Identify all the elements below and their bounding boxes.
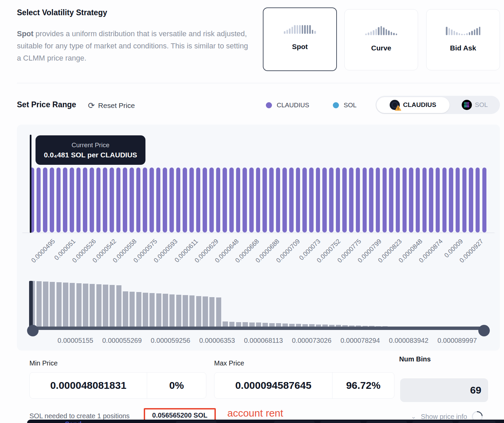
bin-bar — [369, 168, 373, 232]
slider-tick-label: 0.000073026 — [292, 337, 331, 344]
bin-bar — [183, 168, 187, 232]
max-price-slider-handle[interactable] — [478, 325, 490, 336]
liquidity-bar — [150, 293, 155, 328]
legend-dot-sol — [333, 102, 339, 108]
min-price-input[interactable]: 0.000048081831 — [30, 373, 147, 398]
liquidity-bar — [76, 283, 82, 328]
min-price-label: Min Price — [29, 359, 58, 367]
bin-bar — [37, 168, 41, 232]
tooltip-title: Current Price — [36, 141, 145, 149]
liquidity-bar — [37, 281, 42, 328]
strategy-option-curve[interactable]: Curve — [344, 9, 418, 70]
bin-bar — [156, 168, 161, 232]
bin-bar — [110, 168, 114, 232]
bin-bar — [169, 168, 174, 232]
bin-bar — [429, 168, 433, 232]
bin-bar — [349, 168, 353, 232]
spot-distribution-icon — [284, 23, 316, 34]
strategy-option-spot[interactable]: Spot — [263, 7, 337, 71]
max-price-label: Max Price — [214, 359, 244, 367]
bin-bar — [363, 168, 367, 232]
slider-current-price-marker — [29, 281, 33, 329]
bin-bar — [282, 168, 287, 232]
strip-button — [412, 421, 453, 423]
bin-distribution-chart — [30, 168, 490, 232]
toggle-claudius[interactable]: ! CLAUDIUS — [376, 97, 450, 113]
liquidity-bar — [143, 293, 148, 328]
legend-label: CLAUDIUS — [277, 102, 309, 109]
max-price-box: 0.000094587645 96.72% — [214, 372, 394, 399]
strategy-option-bidask[interactable]: Bid Ask — [426, 9, 500, 70]
bin-bar — [116, 168, 121, 232]
liquidity-bar — [63, 283, 68, 328]
strip-button — [458, 421, 496, 423]
bin-bar — [456, 168, 460, 232]
liquidity-bar — [43, 282, 48, 328]
strategy-description-rest: provides a uniform distribution that is … — [17, 29, 248, 62]
bin-bar — [136, 168, 141, 232]
volatility-strategy-title: Select Volatility Strategy — [17, 8, 107, 17]
price-range-slider-track[interactable] — [30, 327, 489, 330]
liquidity-bar — [163, 294, 168, 328]
toggle-sol[interactable]: SOL — [450, 100, 500, 110]
bin-bar — [50, 168, 54, 232]
liquidity-profile-chart — [30, 281, 490, 328]
reset-price-button[interactable]: ⟳ Reset Price — [88, 102, 135, 110]
legend-label: SOL — [344, 102, 357, 109]
slider-tick-label: 0.000055269 — [102, 337, 142, 344]
bin-bar — [236, 168, 240, 232]
slider-tick-label: 0.000089997 — [437, 337, 477, 344]
liquidity-bar — [110, 285, 115, 328]
current-price-line — [30, 135, 31, 233]
bidask-distribution-icon — [446, 24, 480, 35]
liquidity-bar — [156, 293, 161, 328]
bin-bar — [216, 168, 221, 232]
liquidity-bar — [216, 297, 221, 328]
bin-bar — [289, 168, 294, 232]
liquidity-bar — [203, 296, 208, 328]
bin-bar — [356, 168, 360, 232]
bin-bar — [163, 168, 167, 232]
bin-bar — [442, 168, 447, 232]
liquidity-bar — [209, 297, 214, 328]
send-button-partial[interactable]: Send — [65, 420, 82, 423]
bin-bar — [329, 168, 334, 232]
curve-distribution-icon — [365, 24, 397, 35]
toggle-sol-label: SOL — [475, 101, 488, 109]
liquidity-bar — [90, 284, 95, 328]
liquidity-bar — [136, 292, 141, 328]
liquidity-bar — [183, 295, 188, 328]
strategy-description: Spot provides a uniform distribution tha… — [17, 28, 254, 64]
sol-needed-label: SOL needed to create 1 positions — [29, 412, 130, 420]
bin-bar — [476, 168, 480, 232]
bin-bar — [336, 168, 340, 232]
chart-baseline — [22, 232, 495, 233]
bin-bar — [143, 168, 147, 232]
max-price-percent[interactable]: 96.72% — [333, 373, 394, 398]
reset-price-label: Reset Price — [98, 102, 135, 110]
num-bins-label: Num Bins — [399, 355, 431, 363]
bin-bar — [70, 168, 74, 232]
bin-bar — [76, 168, 81, 232]
max-price-input[interactable]: 0.000094587645 — [214, 373, 332, 398]
strip-button — [274, 421, 315, 423]
liquidity-bar — [176, 295, 181, 328]
min-price-percent[interactable]: 0% — [147, 373, 206, 398]
slider-tick-label: 0.00006353 — [199, 337, 235, 344]
num-bins-input[interactable]: 69 — [400, 378, 488, 402]
bin-bar — [243, 168, 247, 232]
min-price-slider-handle[interactable] — [27, 325, 39, 336]
bin-bar — [262, 168, 267, 232]
bin-bar — [296, 168, 300, 232]
bin-bar — [209, 168, 214, 232]
slider-tick-label: 0.000059256 — [151, 337, 190, 344]
slider-x-axis: 0.000051550.0000552690.0000592560.000063… — [58, 337, 477, 344]
token-toggle[interactable]: ! CLAUDIUS SOL — [375, 96, 500, 114]
bin-bar — [203, 168, 207, 232]
bin-bar — [43, 168, 47, 232]
claudius-token-icon: ! — [390, 100, 400, 110]
bin-bar — [482, 168, 487, 232]
bin-bar — [383, 168, 387, 232]
bin-bar — [342, 168, 347, 232]
bin-bar — [403, 168, 407, 232]
